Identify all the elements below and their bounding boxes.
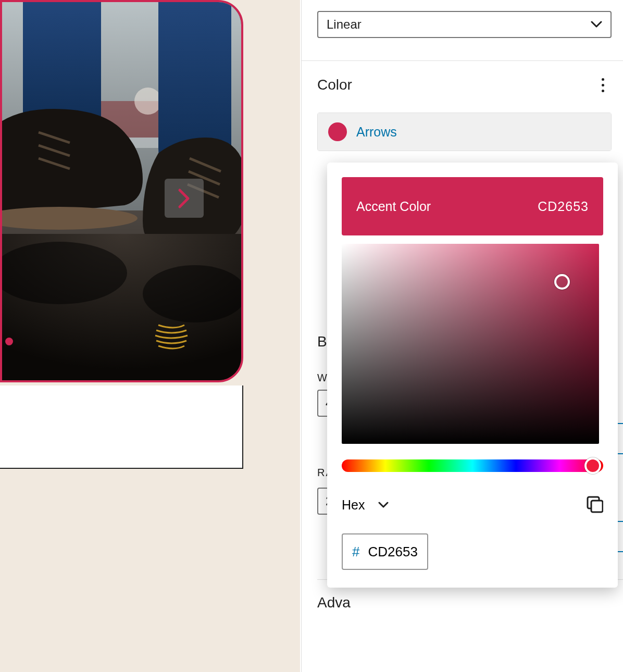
hash-symbol: # [352, 544, 359, 560]
arrows-swatch [328, 122, 347, 141]
gradient-type-select[interactable]: Linear [317, 11, 612, 38]
hex-value: CD2653 [368, 544, 417, 560]
color-section-header[interactable]: Color [302, 60, 623, 109]
more-options-icon[interactable] [602, 78, 604, 92]
format-select[interactable]: Hex [342, 497, 365, 513]
saturation-canvas[interactable] [342, 244, 599, 444]
product-photo [2, 2, 243, 382]
svg-rect-11 [591, 501, 603, 512]
color-picker-popover: Accent Color CD2653 Hex # CD2653 [327, 163, 618, 588]
picker-title: Accent Color [356, 199, 431, 214]
slide-caption-input[interactable] [0, 385, 243, 469]
color-options-list: Arrows [317, 113, 612, 151]
color-arrows-row[interactable]: Arrows [318, 113, 611, 151]
pager-dot[interactable] [5, 338, 13, 345]
svg-point-4 [134, 88, 161, 115]
slider-image[interactable] [0, 0, 243, 382]
color-arrows-label: Arrows [356, 125, 397, 140]
picker-header: Accent Color CD2653 [342, 177, 603, 235]
gradient-type-value: Linear [327, 17, 362, 32]
color-heading: Color [317, 77, 352, 93]
chevron-down-icon [378, 502, 389, 508]
hue-thumb[interactable] [584, 457, 601, 474]
saturation-cursor[interactable] [554, 274, 570, 290]
next-slide-button[interactable] [165, 179, 204, 218]
hue-slider[interactable] [342, 459, 603, 472]
svg-point-9 [143, 265, 243, 322]
chevron-right-icon [178, 188, 191, 209]
editor-canvas [0, 0, 300, 672]
hex-input[interactable]: # CD2653 [342, 533, 428, 570]
chevron-down-icon [591, 21, 602, 28]
picker-value-label: CD2653 [538, 199, 589, 214]
copy-icon[interactable] [585, 496, 603, 514]
